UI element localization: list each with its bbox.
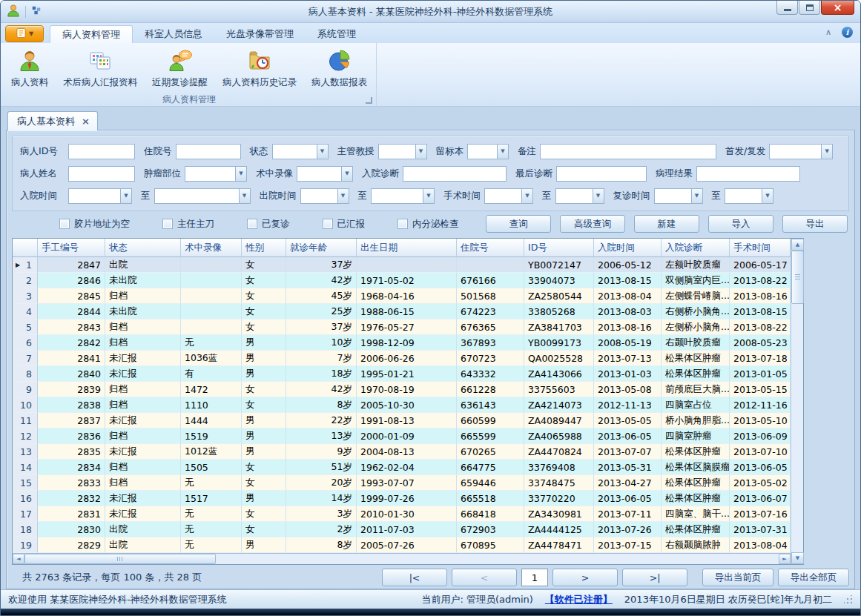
- ribbon-button-patient-data[interactable]: 病人资料: [4, 45, 56, 93]
- final-diagnosis-input[interactable]: [556, 166, 647, 182]
- chevron-down-icon[interactable]: ▼: [497, 144, 509, 159]
- close-button[interactable]: ×: [821, 1, 854, 15]
- ribbon-button-postop-report-data[interactable]: 术后病人汇报资料: [56, 45, 145, 93]
- horizontal-scroll-thumb[interactable]: [24, 554, 216, 564]
- patient-id-input[interactable]: [68, 144, 135, 159]
- checkbox-film-address-empty[interactable]: 胶片地址为空: [59, 218, 130, 231]
- license-status-link[interactable]: 【软件已注册】: [545, 593, 613, 606]
- page-number-input[interactable]: [521, 569, 548, 586]
- table-row[interactable]: 102838归档1110女8岁2005-10-30636143ZA4214073…: [13, 397, 791, 413]
- chevron-down-icon[interactable]: ▼: [235, 166, 247, 182]
- column-header-gender[interactable]: 性别: [242, 239, 286, 257]
- ribbon-tab-patient-data-management[interactable]: 病人资料管理: [50, 25, 133, 43]
- chevron-down-icon[interactable]: ▼: [593, 188, 604, 204]
- checkbox-reported[interactable]: 已汇报: [323, 218, 366, 231]
- maximize-button[interactable]: [799, 1, 820, 15]
- pathology-result-input[interactable]: [696, 166, 800, 182]
- table-row[interactable]: 62842归档无男10岁1998-12-09367893YB0099173200…: [13, 335, 791, 351]
- checkbox-followed-up[interactable]: 已复诊: [247, 218, 290, 231]
- table-row[interactable]: 22846未出院女42岁1971-05-02676166339040732013…: [13, 273, 791, 288]
- table-row[interactable]: 162832未汇报1517男14岁1999-07-266655183377022…: [13, 491, 791, 506]
- column-header-surgery-date[interactable]: 手术时间: [730, 239, 791, 257]
- ribbon-collapse-icon[interactable]: ∧: [825, 27, 831, 37]
- tumor-site-combobox[interactable]: ▼: [185, 166, 247, 182]
- import-button[interactable]: 导入: [708, 215, 773, 233]
- status-combobox[interactable]: ▼: [272, 144, 329, 159]
- checkbox-chief-surgeon[interactable]: 主任主刀: [162, 218, 214, 231]
- app-menu-button[interactable]: ▼: [5, 25, 44, 42]
- dialog-launcher-icon[interactable]: [366, 97, 372, 104]
- column-header-admission-diagnosis[interactable]: 入院诊断: [662, 239, 730, 257]
- column-header-birth-date[interactable]: 出生日期: [357, 239, 457, 257]
- export-current-page-button[interactable]: 导出当前页: [702, 569, 773, 586]
- remarks-input[interactable]: [540, 144, 716, 159]
- ribbon-button-recent-followup-reminder[interactable]: 近期复诊提醒: [145, 45, 215, 93]
- first-or-recurrence-combobox[interactable]: ▼: [769, 144, 833, 159]
- scroll-left-icon[interactable]: ◄: [13, 554, 24, 564]
- export-all-pages-button[interactable]: 导出全部页: [778, 569, 849, 586]
- patient-name-input[interactable]: [68, 166, 135, 182]
- column-header-age-at-visit[interactable]: 就诊年龄: [286, 239, 357, 257]
- chevron-down-icon[interactable]: ▼: [691, 188, 703, 204]
- followup-date-from-combobox[interactable]: ▼: [654, 188, 703, 204]
- table-row[interactable]: 42844未出院女25岁1988-06-15674223338052682013…: [13, 304, 791, 319]
- info-icon[interactable]: i: [842, 27, 853, 38]
- chevron-down-icon[interactable]: ▼: [120, 188, 132, 204]
- followup-date-to-combobox[interactable]: ▼: [725, 188, 773, 204]
- ribbon-tab-system-management[interactable]: 系统管理: [306, 25, 368, 43]
- chevron-down-icon[interactable]: ▼: [821, 144, 833, 159]
- chief-professor-combobox[interactable]: ▼: [378, 144, 427, 159]
- ribbon-tab-department-staff-info[interactable]: 科室人员信息: [133, 25, 214, 43]
- table-row[interactable]: 182830出院无女2岁2011-07-03672903ZA4444125201…: [13, 522, 791, 537]
- column-header-id-number[interactable]: ID号: [524, 239, 594, 257]
- export-button[interactable]: 导出: [782, 215, 848, 233]
- table-row[interactable]: 152833归档无女20岁1993-07-0765944633748475201…: [13, 475, 791, 491]
- chevron-down-icon[interactable]: ▼: [341, 166, 353, 182]
- table-row[interactable]: 172831未汇报无女3岁2010-01-30668418ZA343098120…: [13, 506, 791, 522]
- surgery-date-from-combobox[interactable]: ▼: [484, 188, 533, 204]
- table-row[interactable]: 132835未汇报1012蓝男9岁2004-08-13670265ZA44708…: [13, 444, 791, 460]
- scroll-down-icon[interactable]: ▼: [791, 552, 804, 564]
- table-row[interactable]: 32845归档女45岁1968-04-16501568ZA25805442013…: [13, 288, 791, 304]
- table-row[interactable]: 72841未汇报1036蓝男7岁2006-06-26670723QA002552…: [13, 351, 791, 366]
- table-row[interactable]: 122836归档1519男13岁2000-01-09665599ZA406598…: [13, 428, 791, 444]
- surgery-date-to-combobox[interactable]: ▼: [555, 188, 604, 204]
- chevron-down-icon[interactable]: ▼: [317, 144, 329, 159]
- table-row[interactable]: 82840未汇报有男18岁1995-01-21643332ZA414306620…: [13, 366, 791, 382]
- ribbon-button-patient-data-history[interactable]: 病人资料历史记录: [215, 45, 304, 93]
- scroll-up-icon[interactable]: ▲: [791, 239, 804, 251]
- resize-grip-icon[interactable]: [844, 595, 853, 604]
- minimize-button[interactable]: [776, 1, 798, 15]
- tab-patient-basic-data[interactable]: 病人基本资料 ×: [7, 111, 98, 130]
- column-header-row-selector[interactable]: [13, 239, 38, 257]
- table-row[interactable]: 142834归档1505女51岁1962-02-0466477533769408…: [13, 460, 791, 475]
- prev-page-button[interactable]: <: [452, 569, 517, 586]
- table-row[interactable]: 1▶2847出院女37岁YB00721472006-05-12左额叶胶质瘤200…: [13, 257, 791, 273]
- admission-diagnosis-filter-input[interactable]: [403, 166, 507, 182]
- chevron-down-icon[interactable]: ▼: [423, 188, 435, 204]
- chevron-down-icon[interactable]: ▼: [239, 188, 251, 204]
- specimen-kept-combobox[interactable]: ▼: [467, 144, 509, 159]
- column-header-admission-number[interactable]: 住院号: [457, 239, 524, 257]
- chevron-down-icon[interactable]: ▼: [337, 188, 349, 204]
- admission-date-to-combobox[interactable]: ▼: [154, 188, 251, 204]
- ribbon-tab-disc-video-tape-management[interactable]: 光盘录像带管理: [214, 25, 306, 43]
- scroll-right-icon[interactable]: ►: [779, 554, 791, 564]
- advanced-query-button[interactable]: 高级查询: [560, 215, 625, 233]
- admission-number-input[interactable]: [176, 144, 241, 159]
- quick-access-icon[interactable]: [31, 5, 42, 18]
- chevron-down-icon[interactable]: ▼: [762, 188, 773, 204]
- new-button[interactable]: 新建: [634, 215, 699, 233]
- column-header-admission-date[interactable]: 入院时间: [594, 239, 662, 257]
- tab-close-icon[interactable]: ×: [82, 116, 90, 126]
- first-page-button[interactable]: |<: [382, 569, 447, 586]
- chevron-down-icon[interactable]: ▼: [521, 188, 533, 204]
- discharge-date-from-combobox[interactable]: ▼: [300, 188, 349, 204]
- table-row[interactable]: 192829出院无男8岁2005-07-26670895ZA4478471201…: [13, 537, 791, 553]
- column-header-surgery-video[interactable]: 术中录像: [181, 239, 242, 257]
- last-page-button[interactable]: >|: [622, 569, 687, 586]
- admission-date-from-combobox[interactable]: ▼: [68, 188, 132, 204]
- table-row[interactable]: 92839归档1472女42岁1970-08-19661228337556032…: [13, 382, 791, 397]
- next-page-button[interactable]: >: [552, 569, 618, 586]
- table-row[interactable]: 52843归档女37岁1976-05-27676365ZA38417032013…: [13, 319, 791, 335]
